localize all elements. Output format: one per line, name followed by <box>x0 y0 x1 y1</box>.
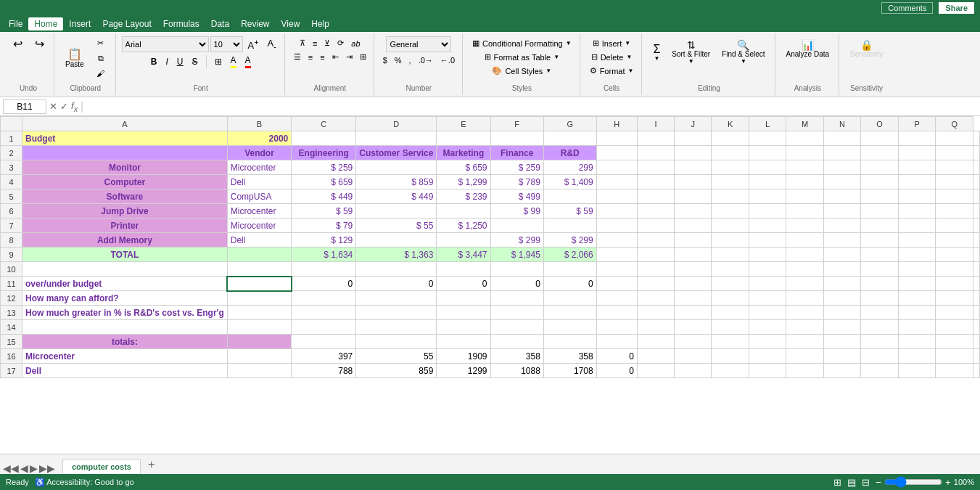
cell-empty[interactable] <box>712 262 749 277</box>
comma-button[interactable]: , <box>406 54 414 67</box>
row-header-16[interactable]: 16 <box>1 349 22 364</box>
cell-empty[interactable] <box>823 219 861 233</box>
cell-empty[interactable] <box>712 131 749 146</box>
cell-empty[interactable] <box>973 131 980 146</box>
cell-A8[interactable]: Addl Memory <box>22 233 228 248</box>
cell-empty[interactable] <box>936 277 973 291</box>
row-header-2[interactable]: 2 <box>1 146 22 160</box>
cell-empty[interactable] <box>786 189 824 204</box>
cell-empty[interactable] <box>637 233 674 248</box>
cell-empty[interactable] <box>936 146 973 160</box>
cell-D10[interactable] <box>356 262 437 277</box>
cell-empty[interactable] <box>675 335 712 349</box>
cell-C12[interactable] <box>292 291 356 306</box>
formula-input[interactable] <box>86 99 977 114</box>
cell-F4[interactable]: $ 789 <box>490 175 543 189</box>
font-family-select[interactable]: Arial <box>122 36 209 52</box>
col-header-p[interactable]: P <box>898 117 935 131</box>
cell-empty[interactable] <box>936 320 973 335</box>
cell-empty[interactable] <box>675 189 712 204</box>
cell-empty[interactable] <box>861 349 899 364</box>
row-header-1[interactable]: 1 <box>1 131 22 146</box>
cell-B11[interactable] <box>227 277 291 291</box>
cell-H13[interactable] <box>596 306 637 320</box>
cell-C17[interactable]: 788 <box>292 364 356 378</box>
cell-empty[interactable] <box>861 248 899 262</box>
cell-empty[interactable] <box>898 277 935 291</box>
cell-empty[interactable] <box>749 335 786 349</box>
cell-empty[interactable] <box>749 233 786 248</box>
cell-empty[interactable] <box>749 349 786 364</box>
cell-C6[interactable]: $ 59 <box>292 204 356 219</box>
cell-empty[interactable] <box>973 320 980 335</box>
cell-empty[interactable] <box>749 262 786 277</box>
cell-empty[interactable] <box>936 219 973 233</box>
col-header-k[interactable]: K <box>712 117 749 131</box>
cell-C1[interactable] <box>292 131 356 146</box>
cell-empty[interactable] <box>973 364 980 378</box>
cell-C3[interactable]: $ 259 <box>292 160 356 175</box>
menu-help[interactable]: Help <box>305 17 335 30</box>
cell-empty[interactable] <box>712 291 749 306</box>
col-header-a[interactable]: A <box>22 117 228 131</box>
cell-empty[interactable] <box>712 248 749 262</box>
delete-button[interactable]: ⊟ Delete ▼ <box>588 50 636 64</box>
cell-empty[interactable] <box>712 364 749 378</box>
cell-D17[interactable]: 859 <box>356 364 437 378</box>
cell-empty[interactable] <box>675 349 712 364</box>
cell-empty[interactable] <box>936 335 973 349</box>
cell-empty[interactable] <box>898 306 935 320</box>
cell-empty[interactable] <box>637 189 674 204</box>
cell-D12[interactable] <box>356 291 437 306</box>
cell-empty[interactable] <box>637 204 674 219</box>
format-as-table-button[interactable]: ⊞ Format as Table ▼ <box>481 50 564 64</box>
cell-B15[interactable] <box>227 335 291 349</box>
sheet-nav-next[interactable]: ▶ <box>30 462 38 472</box>
col-header-i[interactable]: I <box>637 117 674 131</box>
cell-empty[interactable] <box>823 189 861 204</box>
cell-empty[interactable] <box>861 306 899 320</box>
cell-E16[interactable]: 1909 <box>437 349 490 364</box>
cell-empty[interactable] <box>786 248 824 262</box>
cell-A13[interactable]: How much greater in % is R&D's cost vs. … <box>22 306 228 320</box>
menu-page-layout[interactable]: Page Layout <box>96 17 157 30</box>
cell-G14[interactable] <box>543 320 596 335</box>
cell-B12[interactable] <box>227 291 291 306</box>
cell-B6[interactable]: Microcenter <box>227 204 291 219</box>
insert-button[interactable]: ⊞ Insert ▼ <box>589 36 634 50</box>
cell-empty[interactable] <box>823 175 861 189</box>
cell-E1[interactable] <box>437 131 490 146</box>
cell-D8[interactable] <box>356 233 437 248</box>
undo-button[interactable]: ↩ <box>7 36 28 52</box>
orientation-button[interactable]: ⟳ <box>334 36 347 50</box>
cell-empty[interactable] <box>749 146 786 160</box>
analyze-data-button[interactable]: 📊 Analyze Data <box>781 36 834 62</box>
cell-B3[interactable]: Microcenter <box>227 160 291 175</box>
cell-empty[interactable] <box>637 291 674 306</box>
cell-empty[interactable] <box>973 160 980 175</box>
cell-A17[interactable]: Dell <box>22 364 228 378</box>
cell-empty[interactable] <box>898 233 935 248</box>
cell-F7[interactable] <box>490 219 543 233</box>
cell-empty[interactable] <box>973 349 980 364</box>
cell-F11[interactable]: 0 <box>490 277 543 291</box>
cell-B8[interactable]: Dell <box>227 233 291 248</box>
autosum-button[interactable]: Σ ▼ <box>648 40 665 65</box>
cell-E3[interactable]: $ 659 <box>437 160 490 175</box>
cell-C16[interactable]: 397 <box>292 349 356 364</box>
strikethrough-button[interactable]: S <box>189 55 202 68</box>
cell-B1[interactable]: 2000 <box>227 131 291 146</box>
cell-empty[interactable] <box>749 364 786 378</box>
cell-empty[interactable] <box>823 306 861 320</box>
cell-D4[interactable]: $ 859 <box>356 175 437 189</box>
col-header-g[interactable]: G <box>543 117 596 131</box>
cell-empty[interactable] <box>786 291 824 306</box>
cell-C8[interactable]: $ 129 <box>292 233 356 248</box>
cell-E4[interactable]: $ 1,299 <box>437 175 490 189</box>
cell-empty[interactable] <box>637 335 674 349</box>
cell-empty[interactable] <box>749 291 786 306</box>
menu-review[interactable]: Review <box>235 17 275 30</box>
cell-H16[interactable]: 0 <box>596 349 637 364</box>
cell-empty[interactable] <box>637 320 674 335</box>
cell-C4[interactable]: $ 659 <box>292 175 356 189</box>
